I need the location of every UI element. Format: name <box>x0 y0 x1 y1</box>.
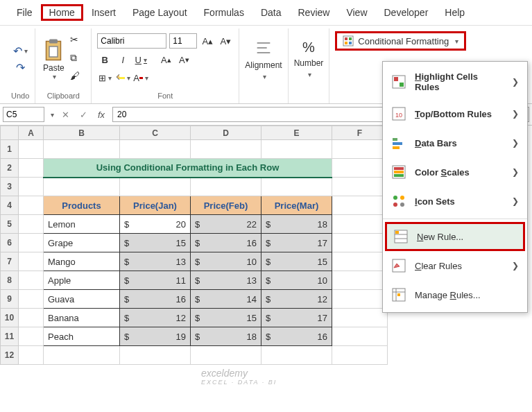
cancel-edit-button[interactable]: ✕ <box>58 110 72 120</box>
underline-button[interactable]: U▾ <box>133 53 148 67</box>
price-cell[interactable]: $16 <box>191 234 261 252</box>
empty-cell[interactable] <box>19 140 44 159</box>
cf-menu-highlight-cells-rules[interactable]: Highlight Cells Rules❯ <box>383 65 527 99</box>
product-cell[interactable]: Peach <box>44 327 120 346</box>
col-header[interactable]: D <box>191 126 261 140</box>
row-header[interactable]: 10 <box>1 309 19 327</box>
number-button[interactable]: % Number ▾ <box>294 40 324 78</box>
price-cell[interactable]: $13 <box>120 252 191 271</box>
empty-cell[interactable] <box>191 346 261 365</box>
empty-cell[interactable] <box>332 140 388 159</box>
row-header[interactable]: 12 <box>1 346 19 365</box>
row-header[interactable]: 8 <box>1 271 19 290</box>
menu-page-layout[interactable]: Page Layout <box>124 4 196 21</box>
grow-font-button[interactable]: A▴ <box>200 34 215 48</box>
menu-file[interactable]: File <box>8 4 41 21</box>
price-cell[interactable]: $16 <box>120 290 191 309</box>
price-cell[interactable]: $15 <box>191 309 261 327</box>
menu-review[interactable]: Review <box>290 4 338 21</box>
price-cell[interactable]: $19 <box>120 327 191 346</box>
row-header[interactable]: 11 <box>1 327 19 346</box>
shrink-font-button[interactable]: A▾ <box>218 34 233 48</box>
row-header[interactable]: 4 <box>1 196 19 215</box>
product-cell[interactable]: Apple <box>44 271 120 290</box>
cf-menu-top-bottom-rules[interactable]: 10Top/Bottom Rules❯ <box>383 99 527 128</box>
price-cell[interactable]: $18 <box>191 327 261 346</box>
empty-cell[interactable] <box>120 140 191 159</box>
col-header[interactable]: B <box>44 126 120 140</box>
row-header[interactable]: 5 <box>1 215 19 234</box>
cf-menu-color-scales[interactable]: Color Scales❯ <box>383 157 527 187</box>
cf-menu-icon-sets[interactable]: Icon Sets❯ <box>383 187 527 216</box>
price-cell[interactable]: $18 <box>261 215 332 234</box>
format-painter-button[interactable]: 🖌 <box>70 70 85 84</box>
row-header[interactable]: 9 <box>1 290 19 309</box>
table-header[interactable]: Price(Feb) <box>191 196 261 215</box>
empty-cell[interactable] <box>332 178 388 196</box>
empty-cell[interactable] <box>191 140 261 159</box>
paste-button[interactable]: Paste ▾ <box>41 38 66 80</box>
row-header[interactable]: 6 <box>1 234 19 252</box>
price-cell[interactable]: $22 <box>191 215 261 234</box>
menu-data[interactable]: Data <box>252 4 290 21</box>
menu-formulas[interactable]: Formulas <box>196 4 252 21</box>
decrease-font-button[interactable]: A▾ <box>176 53 191 67</box>
empty-cell[interactable] <box>332 346 388 365</box>
empty-cell[interactable] <box>261 178 332 196</box>
cut-button[interactable]: ✂ <box>70 34 85 48</box>
table-header[interactable]: Products <box>44 196 120 215</box>
empty-cell[interactable] <box>19 178 44 196</box>
price-cell[interactable]: $17 <box>261 234 332 252</box>
product-cell[interactable]: Mango <box>44 252 120 271</box>
empty-cell[interactable] <box>120 346 191 365</box>
increase-font-button[interactable]: A▴ <box>158 53 173 67</box>
cf-menu-new-rule[interactable]: New Rule... <box>385 222 525 251</box>
empty-cell[interactable] <box>120 178 191 196</box>
price-cell[interactable]: $15 <box>120 234 191 252</box>
empty-cell[interactable] <box>191 178 261 196</box>
product-cell[interactable]: Grape <box>44 234 120 252</box>
empty-cell[interactable] <box>261 140 332 159</box>
font-size-select[interactable] <box>169 33 197 49</box>
select-all-corner[interactable] <box>1 126 19 140</box>
product-cell[interactable]: Banana <box>44 309 120 327</box>
menu-view[interactable]: View <box>338 4 375 21</box>
price-cell[interactable]: $10 <box>261 271 332 290</box>
price-cell[interactable]: $16 <box>261 327 332 346</box>
undo-button[interactable]: ↶▾ <box>12 44 28 58</box>
table-header[interactable]: Price(Mar) <box>261 196 332 215</box>
name-box[interactable] <box>3 107 44 122</box>
col-header[interactable]: F <box>332 126 388 140</box>
confirm-edit-button[interactable]: ✓ <box>76 110 90 120</box>
table-header[interactable]: Price(Jan) <box>120 196 191 215</box>
product-cell[interactable]: Guava <box>44 290 120 309</box>
row-header[interactable]: 7 <box>1 252 19 271</box>
empty-cell[interactable] <box>261 346 332 365</box>
alignment-button[interactable]: Alignment ▾ <box>245 38 282 80</box>
price-cell[interactable]: $10 <box>191 252 261 271</box>
cf-menu-clear-rules[interactable]: Clear Rules❯ <box>383 251 527 280</box>
conditional-formatting-button[interactable]: Conditional Formatting ▾ <box>335 31 466 51</box>
menu-developer[interactable]: Developer <box>376 4 437 21</box>
product-cell[interactable]: Lemon <box>44 215 120 234</box>
bold-button[interactable]: B <box>97 53 112 67</box>
copy-button[interactable]: ⧉ <box>70 52 85 66</box>
cf-menu-manage-rules[interactable]: Manage Rules... <box>383 280 527 309</box>
col-header[interactable]: E <box>261 126 332 140</box>
italic-button[interactable]: I <box>115 53 130 67</box>
cf-menu-data-bars[interactable]: Data Bars❯ <box>383 128 527 157</box>
price-cell[interactable]: $12 <box>261 290 332 309</box>
title-cell[interactable]: Using Conditional Formatting in Each Row <box>44 159 332 178</box>
price-cell[interactable]: $11 <box>120 271 191 290</box>
borders-button[interactable]: ⊞▾ <box>97 71 112 85</box>
price-cell[interactable]: $14 <box>191 290 261 309</box>
col-header[interactable]: C <box>120 126 191 140</box>
empty-cell[interactable] <box>44 140 120 159</box>
font-name-select[interactable] <box>97 33 166 49</box>
empty-cell[interactable] <box>19 346 44 365</box>
fx-button[interactable]: fx <box>94 110 108 120</box>
fill-color-button[interactable]: ▾ <box>115 71 130 85</box>
redo-button[interactable]: ↷ <box>12 60 28 74</box>
font-color-button[interactable]: A▾ <box>133 71 148 85</box>
row-header[interactable]: 1 <box>1 140 19 159</box>
